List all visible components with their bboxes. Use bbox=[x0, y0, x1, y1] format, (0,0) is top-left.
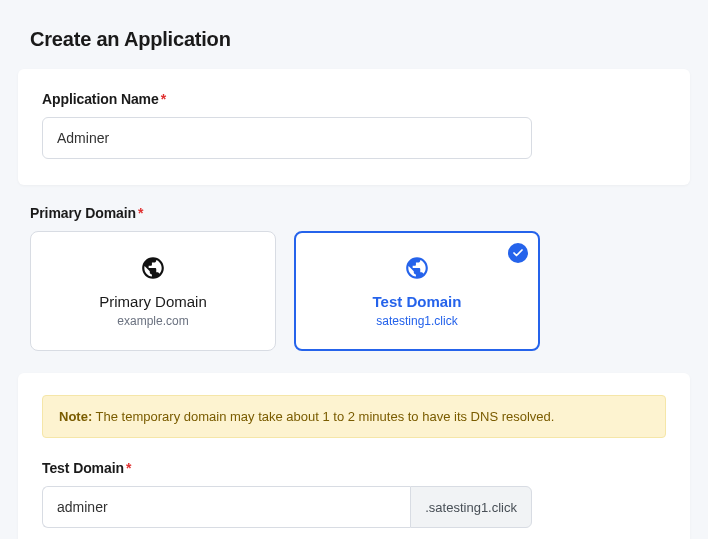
test-domain-input[interactable] bbox=[42, 486, 410, 528]
note-prefix: Note: bbox=[59, 409, 92, 424]
required-mark: * bbox=[138, 205, 143, 221]
required-mark: * bbox=[161, 91, 166, 107]
domain-options-row: Primary Domain example.com Test Domain s… bbox=[0, 231, 708, 373]
test-domain-label: Test Domain* bbox=[42, 460, 666, 476]
required-mark: * bbox=[126, 460, 131, 476]
primary-domain-label-text: Primary Domain bbox=[30, 205, 136, 221]
domain-card-subtitle: example.com bbox=[117, 314, 188, 328]
test-domain-input-group: .satesting1.click bbox=[42, 486, 532, 528]
note-text: The temporary domain may take about 1 to… bbox=[92, 409, 554, 424]
globe-icon bbox=[404, 255, 430, 285]
primary-domain-label: Primary Domain* bbox=[0, 205, 708, 231]
app-name-card: Application Name* bbox=[18, 69, 690, 185]
domain-card-title: Primary Domain bbox=[99, 293, 207, 310]
test-domain-config-card: Note: The temporary domain may take abou… bbox=[18, 373, 690, 539]
domain-card-title: Test Domain bbox=[373, 293, 462, 310]
test-domain-label-text: Test Domain bbox=[42, 460, 124, 476]
globe-icon bbox=[140, 255, 166, 285]
app-name-label-text: Application Name bbox=[42, 91, 159, 107]
note-banner: Note: The temporary domain may take abou… bbox=[42, 395, 666, 438]
check-icon bbox=[508, 243, 528, 263]
app-name-label: Application Name* bbox=[42, 91, 666, 107]
test-domain-suffix: .satesting1.click bbox=[410, 486, 532, 528]
app-name-input[interactable] bbox=[42, 117, 532, 159]
page-title: Create an Application bbox=[0, 0, 708, 69]
primary-domain-card[interactable]: Primary Domain example.com bbox=[30, 231, 276, 351]
test-domain-card[interactable]: Test Domain satesting1.click bbox=[294, 231, 540, 351]
domain-card-subtitle: satesting1.click bbox=[376, 314, 457, 328]
